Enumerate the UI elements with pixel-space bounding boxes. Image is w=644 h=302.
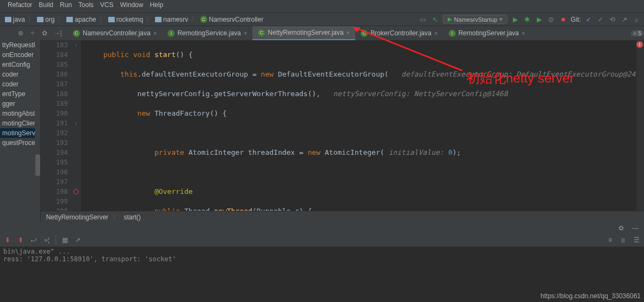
console-line: ress: '127.0.0.1:58910', transport: 'soc… — [3, 255, 641, 263]
close-icon[interactable]: × — [522, 30, 525, 36]
project-tool-icons: ⊕ ÷ ✿ →| — [0, 29, 67, 37]
tab-counter[interactable]: ≡ 5 — [631, 30, 644, 36]
folder-icon — [66, 17, 73, 22]
breadcrumb-item[interactable]: rocketmq — [107, 16, 145, 23]
layout-icon[interactable]: ⫼ — [619, 236, 628, 244]
class-icon: C — [258, 29, 265, 36]
export-icon[interactable]: ↗ — [73, 236, 82, 244]
menu-run[interactable]: Run — [57, 1, 75, 9]
error-icon[interactable]: ! — [636, 41, 643, 48]
folder-icon — [37, 17, 44, 22]
menu-build[interactable]: Build — [35, 1, 57, 9]
tree-item[interactable]: entConfig — [0, 60, 40, 70]
tree-item[interactable]: motingServer — [0, 128, 40, 138]
navigation-bar: java〉 org〉 apache〉 rocketmq〉 namesrv〉 CN… — [0, 13, 644, 26]
close-icon[interactable]: × — [244, 30, 247, 36]
implements-icon[interactable]: ↑ — [75, 42, 77, 48]
search-icon[interactable]: ⌕ — [632, 15, 641, 24]
console-toolbar: ⬇ ⬆ ⮐ »¦ ▦ ↗ ≡ ⫼ ☰ — [0, 234, 644, 247]
run-icon[interactable]: ▶ — [511, 15, 519, 24]
console-line: bin\java.exe" ... — [3, 248, 641, 255]
gutter-marks: ↑ ↑ — [71, 40, 81, 211]
profile-icon[interactable]: ⊙ — [547, 15, 555, 24]
stop-icon[interactable]: ■ — [559, 15, 567, 24]
run-config-dropdown[interactable]: ▶NamesrvStartup▾ — [443, 15, 507, 24]
annotation-text: 初始化netty server — [467, 70, 574, 87]
folder-icon — [5, 17, 11, 22]
menu-refactor[interactable]: Refactor — [4, 1, 35, 9]
tree-item[interactable]: questProcessor — [0, 138, 40, 148]
class-icon: C — [73, 30, 80, 37]
editor-tabs-bar: ⊕ ÷ ✿ →| CNamesrvController.java× IRemot… — [0, 26, 644, 40]
close-icon[interactable]: × — [346, 29, 350, 36]
crumb-class[interactable]: NettyRemotingServer — [46, 213, 109, 221]
menu-window[interactable]: Window — [117, 1, 147, 9]
menu-vcs[interactable]: VCS — [97, 1, 117, 9]
tree-item[interactable]: gger — [0, 99, 40, 109]
git-label: Git: — [571, 16, 581, 23]
collapse-icon[interactable]: ⊕ — [16, 29, 25, 37]
breadcrumb-item[interactable]: org — [35, 16, 56, 23]
editor-status-bar: ✿ — — [0, 223, 644, 234]
implements-icon[interactable]: ↑ — [75, 121, 77, 127]
tree-item[interactable]: motingClient — [0, 118, 40, 128]
download-icon[interactable]: ⬇ — [3, 236, 12, 244]
watermark: https://blog.csdn.net/qq_33036061 — [541, 292, 641, 300]
upload-icon[interactable]: ⬆ — [16, 236, 25, 244]
code-editor[interactable]: 1831841851861871881891901911921931941951… — [41, 40, 644, 211]
annotation-arrow — [354, 27, 468, 76]
code-breadcrumb[interactable]: NettyRemotingServer 〉 start() — [41, 211, 644, 223]
git-commit-icon[interactable]: ✓ — [596, 15, 605, 24]
toolbar-right: ▭ ↖ ▶NamesrvStartup▾ ▶ ✱ ▶ ⊙ ■ Git: ✓ ✓ … — [419, 15, 641, 24]
tab-netty-remoting-server[interactable]: CNettyRemotingServer.java× — [252, 26, 355, 40]
coverage-icon[interactable]: ▶ — [535, 15, 543, 24]
main-menu-bar: Refactor Build Run Tools VCS Window Help — [0, 0, 644, 13]
revert-icon[interactable]: ↗ — [620, 15, 629, 24]
gear-icon[interactable]: ✿ — [617, 224, 626, 232]
breadcrumb-item[interactable]: java — [3, 16, 27, 23]
tree-item[interactable]: coder — [0, 79, 40, 89]
debug-icon[interactable]: ✱ — [523, 15, 531, 24]
menu-tools[interactable]: Tools — [75, 1, 97, 9]
layout-icon[interactable]: ☰ — [632, 236, 641, 244]
layout-icon[interactable]: ≡ — [606, 236, 615, 244]
editor-marks-strip[interactable]: ! — [636, 40, 644, 211]
breadcrumb[interactable]: java〉 org〉 apache〉 rocketmq〉 namesrv〉 CN… — [3, 15, 265, 24]
line-numbers: 1831841851861871881891901911921931941951… — [41, 40, 71, 211]
scroll-thumb[interactable] — [35, 154, 40, 176]
main-panel: ttyRequestProcessor onEncoder entConfig … — [0, 40, 644, 223]
tree-item[interactable]: motingAbstract — [0, 109, 40, 118]
tree-item[interactable]: entType — [0, 89, 40, 99]
menu-help[interactable]: Help — [146, 1, 166, 9]
tab-remoting-service[interactable]: IRemotingService.java× — [162, 26, 252, 40]
wrap-icon[interactable]: ⮐ — [29, 236, 38, 244]
breadcrumb-item[interactable]: namesrv — [153, 16, 190, 23]
breadcrumb-item[interactable]: CNamesrvController — [199, 16, 265, 23]
editor: 1831841851861871881891901911921931941951… — [41, 40, 644, 223]
grid-icon[interactable]: ▦ — [60, 236, 69, 244]
expand-icon[interactable]: ÷ — [28, 29, 37, 37]
folder-icon — [108, 17, 115, 22]
interface-icon: I — [168, 30, 175, 37]
class-icon: C — [200, 16, 207, 23]
crumb-method[interactable]: start() — [123, 213, 140, 221]
history-icon[interactable]: ⟲ — [608, 15, 617, 24]
breadcrumb-item[interactable]: apache — [65, 16, 97, 23]
tree-item[interactable]: coder — [0, 70, 40, 79]
tree-scrollbar[interactable] — [35, 40, 40, 223]
git-update-icon[interactable]: ✓ — [584, 15, 593, 24]
folder-icon — [155, 17, 162, 22]
tab-namesrv-controller[interactable]: CNamesrvController.java× — [67, 26, 162, 40]
hide-icon[interactable]: →| — [53, 29, 62, 37]
tree-item[interactable]: ttyRequestProcessor — [0, 40, 40, 50]
structure-panel[interactable]: ttyRequestProcessor onEncoder entConfig … — [0, 40, 41, 223]
device-icon[interactable]: ▭ — [419, 15, 428, 24]
settings-icon[interactable]: ✿ — [40, 29, 49, 37]
hammer-icon[interactable]: ↖ — [431, 15, 439, 24]
breakpoint-icon[interactable] — [73, 189, 79, 194]
filter-icon[interactable]: »¦ — [42, 236, 51, 244]
tree-item[interactable]: onEncoder — [0, 50, 40, 60]
close-icon[interactable]: × — [153, 30, 157, 36]
hide-icon[interactable]: — — [631, 224, 640, 232]
console-output[interactable]: bin\java.exe" ... ress: '127.0.0.1:58910… — [0, 247, 644, 274]
